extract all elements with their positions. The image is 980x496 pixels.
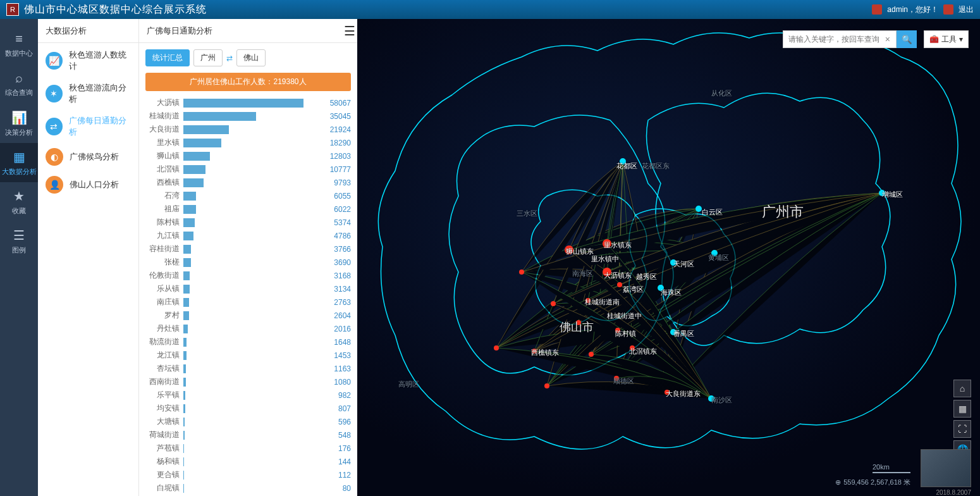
logout-button[interactable]: 退出 xyxy=(959,4,974,15)
bar-row: 乐从镇3134 xyxy=(145,282,351,295)
svg-point-2 xyxy=(658,285,664,291)
bar-value: 3766 xyxy=(330,245,351,254)
sub-nav: 📈秋色巡游人数统计✶秋色巡游流向分析⇄广佛每日通勤分析◐广佛候鸟分析👤佛山人口分… xyxy=(38,43,139,496)
bar-value: 5374 xyxy=(330,218,351,227)
minimap[interactable] xyxy=(921,449,971,487)
nav-item-大数据分析[interactable]: ▦大数据分析 xyxy=(0,143,38,182)
svg-point-15 xyxy=(617,282,622,287)
layers-button[interactable]: ▦ xyxy=(953,400,971,418)
bar-fill xyxy=(183,125,229,134)
nav-label: 决策分析 xyxy=(5,128,33,137)
nav-item-综合查询[interactable]: ⌕综合查询 xyxy=(0,65,38,104)
sub-item[interactable]: ⇄广佛每日通勤分析 xyxy=(38,110,138,143)
nav-icon: ☰ xyxy=(13,228,25,243)
bar-fill xyxy=(183,232,193,240)
tools-label: 工具 xyxy=(941,34,957,45)
search-input[interactable] xyxy=(783,30,897,48)
bar-value: 112 xyxy=(334,471,351,480)
svg-point-14 xyxy=(665,390,670,395)
bar-label: 龙江镇 xyxy=(145,350,183,361)
logout-icon[interactable] xyxy=(943,4,953,15)
tab-foshan[interactable]: 佛山 xyxy=(236,49,266,66)
bar-label: 乐平镇 xyxy=(145,390,183,400)
logo-icon: R xyxy=(6,3,19,16)
svg-point-6 xyxy=(879,190,885,196)
bar-row: 张槎3690 xyxy=(145,256,351,269)
sub-item[interactable]: 👤佛山人口分析 xyxy=(38,171,138,199)
nav-item-图例[interactable]: ☰图例 xyxy=(0,221,38,261)
tools-dropdown[interactable]: 🧰 工具 ▾ xyxy=(924,30,969,48)
bar-value: 1453 xyxy=(330,351,351,360)
nav-item-数据中心[interactable]: ≡数据中心 xyxy=(0,25,38,65)
bar-row: 大塘镇596 xyxy=(145,415,351,428)
bar-fill xyxy=(183,418,185,426)
bar-value: 18290 xyxy=(326,139,351,147)
swap-icon[interactable]: ⇄ xyxy=(226,54,233,63)
bar-row: 均安镇807 xyxy=(145,402,351,415)
bar-row: 龙江镇1453 xyxy=(145,349,351,362)
bar-row: 大沥镇58067 xyxy=(145,96,351,109)
bar-chart: 大沥镇58067桂城街道35045大良街道21924里水镇18290狮山镇128… xyxy=(139,96,357,496)
bar-row: 大良街道21924 xyxy=(145,123,351,136)
nav-icon: ≡ xyxy=(15,32,23,46)
bar-fill xyxy=(183,404,185,413)
svg-point-7 xyxy=(708,395,714,402)
svg-point-13 xyxy=(615,328,620,333)
svg-point-17 xyxy=(576,320,581,325)
bar-fill xyxy=(183,258,191,267)
bar-fill xyxy=(183,285,190,294)
svg-point-9 xyxy=(603,239,611,248)
crosshair-icon: ⊕ xyxy=(835,478,841,487)
fullscreen-button[interactable]: ⛶ xyxy=(953,420,971,438)
bar-fill xyxy=(183,218,195,227)
svg-point-22 xyxy=(494,345,499,350)
bar-label: 杨和镇 xyxy=(145,456,183,467)
tab-guangzhou[interactable]: 广州 xyxy=(193,49,223,66)
bar-label: 桂城街道 xyxy=(145,111,183,121)
bar-row: 罗村2604 xyxy=(145,309,351,322)
bar-row: 陈村镇5374 xyxy=(145,216,351,229)
svg-point-16 xyxy=(585,298,591,303)
scale-bar: 20km xyxy=(873,463,910,473)
sub-icon: ◐ xyxy=(46,148,63,166)
bar-value: 10777 xyxy=(326,165,351,174)
search-box: × 🔍 xyxy=(783,30,917,48)
search-button[interactable]: 🔍 xyxy=(897,30,917,48)
bar-value: 58067 xyxy=(326,99,351,108)
sub-item[interactable]: 📈秋色巡游人数统计 xyxy=(38,44,138,77)
bar-fill xyxy=(183,378,186,387)
hamburger-icon[interactable]: ☰ xyxy=(342,23,357,39)
sub-item[interactable]: ✶秋色巡游流向分析 xyxy=(38,77,138,110)
nav-item-收藏[interactable]: ★收藏 xyxy=(0,182,38,221)
nav-icon: 📊 xyxy=(11,110,27,125)
sub-label: 秋色巡游人数统计 xyxy=(69,49,131,72)
user-greeting: admin，您好！ xyxy=(887,4,938,15)
bar-fill xyxy=(183,139,221,147)
svg-point-3 xyxy=(670,329,677,335)
nav-item-决策分析[interactable]: 📊决策分析 xyxy=(0,104,38,143)
sub-item[interactable]: ◐广佛候鸟分析 xyxy=(38,143,138,171)
tab-summary[interactable]: 统计汇总 xyxy=(145,49,190,66)
svg-point-23 xyxy=(614,376,619,381)
summary-banner: 广州居住佛山工作人数：219380人 xyxy=(145,73,351,91)
bar-fill xyxy=(183,165,205,174)
home-button[interactable]: ⌂ xyxy=(953,380,971,397)
bar-value: 2763 xyxy=(330,298,351,307)
bar-label: 祖庙 xyxy=(145,204,183,214)
bar-fill xyxy=(183,391,185,400)
bar-label: 张槎 xyxy=(145,257,183,268)
bar-fill xyxy=(183,152,210,161)
bar-row: 杏坛镇1163 xyxy=(145,362,351,375)
bar-label: 南庄镇 xyxy=(145,297,183,307)
bar-value: 982 xyxy=(334,391,351,400)
clear-icon[interactable]: × xyxy=(885,34,890,44)
map-canvas[interactable]: 广州市 佛山市 白云区 天河区 海珠区 番禺区 花都区 花都区东 从化区 增城区… xyxy=(357,19,980,496)
sub-icon: ✶ xyxy=(46,85,63,102)
bar-value: 21924 xyxy=(326,125,351,134)
bar-row: 石湾6055 xyxy=(145,189,351,202)
bar-label: 荷城街道 xyxy=(145,430,183,440)
bar-label: 陈村镇 xyxy=(145,217,183,228)
bar-label: 大沥镇 xyxy=(145,97,183,108)
svg-point-4 xyxy=(620,158,626,164)
bar-value: 80 xyxy=(339,484,351,493)
